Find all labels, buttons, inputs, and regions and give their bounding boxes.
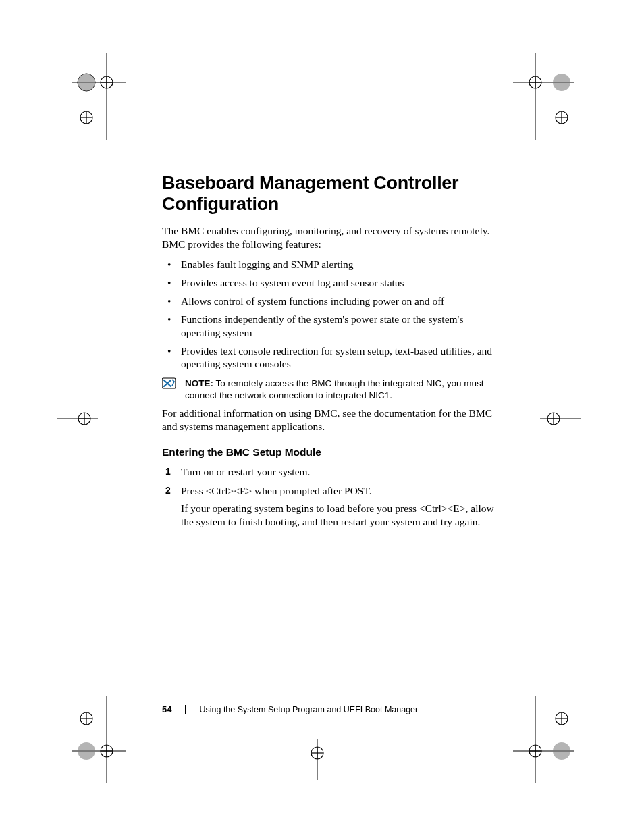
crop-mark-icon [513, 53, 574, 140]
step-item: 2 Press <Ctrl><E> when prompted after PO… [181, 484, 500, 529]
step-text: Press <Ctrl><E> when prompted after POST… [181, 485, 372, 496]
svg-point-29 [80, 712, 92, 725]
page-footer: 54 Using the System Setup Program and UE… [162, 704, 500, 714]
steps-list: 1 Turn on or restart your system. 2 Pres… [162, 465, 500, 529]
page-content: Baseboard Management Controller Configur… [162, 173, 500, 534]
svg-point-4 [101, 76, 113, 88]
svg-point-48 [553, 742, 570, 760]
crop-mark-icon [304, 739, 331, 780]
svg-point-16 [556, 111, 568, 124]
list-item: Enables fault logging and SNMP alerting [181, 258, 500, 271]
svg-point-24 [547, 413, 560, 425]
list-item: Allows control of system functions inclu… [181, 294, 500, 308]
feature-list: Enables fault logging and SNMP alerting … [162, 258, 500, 371]
footer-title: Using the System Setup Program and UEFI … [199, 705, 418, 714]
crop-mark-icon [57, 405, 98, 432]
list-item: Functions independently of the system's … [181, 313, 500, 340]
crop-mark-icon [72, 53, 126, 140]
note-label: NOTE: [185, 378, 213, 388]
subheading: Entering the BMC Setup Module [162, 446, 500, 459]
page-number: 54 [162, 704, 171, 714]
svg-point-37 [311, 747, 323, 759]
list-item: Provides access to system event log and … [181, 276, 500, 290]
step-subtext: If your operating system begins to load … [181, 502, 500, 529]
crop-mark-icon [72, 696, 126, 783]
svg-point-7 [80, 111, 92, 124]
svg-point-45 [529, 745, 541, 757]
step-number: 2 [165, 484, 171, 496]
crop-mark-icon [540, 405, 581, 432]
step-number: 1 [165, 465, 171, 477]
footer-separator [185, 705, 186, 714]
svg-point-32 [101, 745, 113, 757]
list-item: Provides text console redirection for sy… [181, 344, 500, 371]
note-icon [162, 377, 177, 390]
note-text: To remotely access the BMC through the i… [185, 378, 483, 400]
intro-paragraph: The BMC enables configuring, monitoring,… [162, 224, 500, 251]
followup-paragraph: For additional information on using BMC,… [162, 407, 500, 434]
svg-point-12 [529, 76, 541, 88]
svg-point-3 [78, 74, 95, 91]
svg-point-42 [556, 712, 568, 725]
note-block: NOTE: To remotely access the BMC through… [162, 377, 500, 401]
svg-point-2 [78, 74, 95, 91]
step-text: Turn on or restart your system. [181, 466, 310, 477]
crop-mark-icon [513, 696, 574, 783]
svg-point-15 [553, 74, 570, 91]
page-heading: Baseboard Management Controller Configur… [162, 173, 500, 215]
step-item: 1 Turn on or restart your system. [181, 465, 500, 479]
svg-point-20 [78, 413, 90, 425]
svg-point-35 [78, 742, 95, 760]
